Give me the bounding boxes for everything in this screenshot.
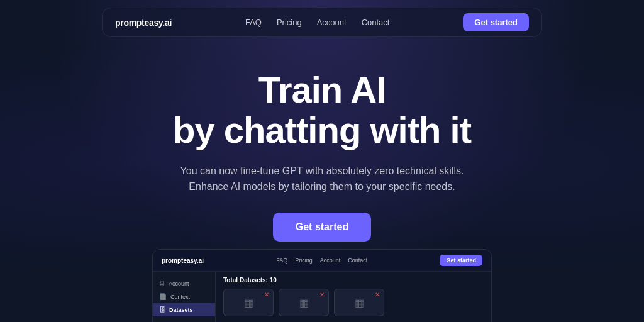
hero-title-line2: by chatting with it [173, 109, 471, 150]
navbar-links: FAQ Pricing Account Contact [245, 18, 390, 27]
context-icon: 📄 [159, 293, 167, 300]
preview-sidebar-account-label: Account [169, 280, 189, 287]
preview-card-2: ✕ ▦ [279, 289, 329, 316]
preview-card-3: ✕ ▦ [334, 289, 384, 316]
datasets-icon: 🗄 [159, 306, 165, 313]
hero-subtitle-line2: Enhance AI models by tailoring them to y… [189, 181, 455, 192]
preview-sidebar-context-label: Context [170, 294, 190, 300]
nav-link-account[interactable]: Account [317, 18, 347, 27]
preview-sidebar-datasets[interactable]: 🗄 Datasets [153, 303, 215, 316]
nav-link-pricing[interactable]: Pricing [277, 18, 302, 27]
nav-link-faq[interactable]: FAQ [245, 18, 262, 27]
preview-nav-contact: Contact [348, 257, 367, 264]
navbar: prompteasy.ai FAQ Pricing Account Contac… [102, 8, 542, 37]
dataset-icon-3: ▦ [355, 297, 364, 309]
preview-nav-faq: FAQ [276, 257, 287, 264]
preview-datasets-title: Total Datasets: 10 [223, 277, 484, 284]
dataset-icon-1: ▦ [244, 297, 253, 309]
preview-content: ⚙ Account 📄 Context 🗄 Datasets Total Dat… [153, 272, 491, 322]
preview-cta-button[interactable]: Get started [440, 255, 482, 266]
hero-subtitle: You can now fine-tune GPT with absolutel… [180, 163, 464, 195]
preview-card-1: ✕ ▦ [223, 289, 274, 316]
preview-navbar: prompteasy.ai FAQ Pricing Account Contac… [153, 250, 491, 272]
hero-title-line1: Train AI [258, 69, 386, 110]
navbar-logo: prompteasy.ai [115, 18, 172, 28]
preview-cards: ✕ ▦ ✕ ▦ ✕ ▦ [223, 289, 484, 316]
nav-link-contact[interactable]: Contact [362, 18, 390, 27]
account-icon: ⚙ [159, 280, 165, 287]
preview-sidebar: ⚙ Account 📄 Context 🗄 Datasets [153, 272, 216, 322]
preview-logo: prompteasy.ai [162, 257, 204, 264]
hero-title: Train AI by chatting with it [173, 70, 471, 150]
preview-main: Total Datasets: 10 ✕ ▦ ✕ ▦ ✕ ▦ [216, 272, 491, 322]
preview-sidebar-context[interactable]: 📄 Context [153, 290, 215, 303]
preview-sidebar-account[interactable]: ⚙ Account [153, 277, 215, 290]
close-icon-3[interactable]: ✕ [375, 292, 380, 298]
close-icon-2[interactable]: ✕ [319, 292, 325, 298]
preview-nav-account: Account [320, 257, 341, 264]
dataset-icon-2: ▦ [299, 297, 309, 309]
navbar-cta-button[interactable]: Get started [463, 13, 529, 31]
app-preview: prompteasy.ai FAQ Pricing Account Contac… [152, 249, 492, 322]
hero-section: Train AI by chatting with it You can now… [0, 45, 644, 242]
hero-cta-button[interactable]: Get started [273, 213, 371, 242]
preview-sidebar-datasets-label: Datasets [169, 307, 193, 313]
close-icon-1[interactable]: ✕ [264, 292, 269, 298]
hero-subtitle-line1: You can now fine-tune GPT with absolutel… [180, 165, 464, 176]
preview-nav-links: FAQ Pricing Account Contact [276, 257, 367, 264]
preview-nav-pricing: Pricing [295, 257, 313, 264]
